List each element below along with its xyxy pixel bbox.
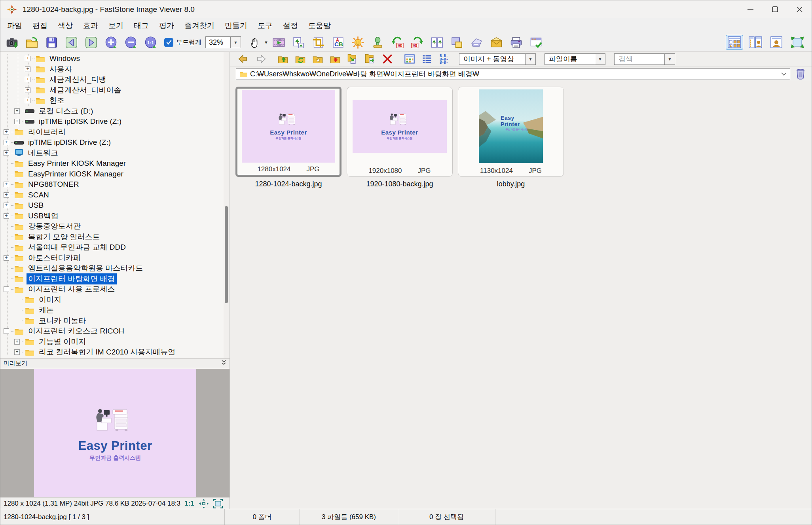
menu-item-11[interactable]: 설정 bbox=[278, 18, 303, 33]
thumbnail-filename[interactable]: 1920-1080-backg.jpg bbox=[366, 180, 433, 188]
expand-icon[interactable]: + bbox=[4, 140, 9, 145]
collapse-icon[interactable]: - bbox=[4, 286, 9, 292]
rotate-left-icon[interactable]: 90 bbox=[389, 34, 406, 50]
menu-item-4[interactable]: 효과 bbox=[78, 18, 103, 33]
thumbnail-card[interactable]: Easy Printer무인과금 출력시스템1920x1080JPG bbox=[347, 87, 453, 177]
tree-item-label[interactable]: 네트워크 bbox=[27, 148, 60, 159]
tree-item-label[interactable]: 캐논 bbox=[37, 305, 55, 316]
tree-item[interactable]: +SCAN bbox=[0, 190, 230, 201]
move-to-folder-icon[interactable] bbox=[345, 53, 360, 65]
tree-item-label[interactable]: Windows bbox=[48, 54, 82, 63]
tree-item-label[interactable]: 이미지 bbox=[37, 294, 63, 305]
expand-icon[interactable]: + bbox=[14, 349, 20, 355]
fit-to-window-icon[interactable] bbox=[199, 499, 209, 508]
tree-item-label[interactable]: ipTIME ipDISK Drive (Z:) bbox=[27, 138, 112, 147]
forward-icon[interactable] bbox=[253, 53, 268, 65]
tree-item[interactable]: 코니카 미놀타 bbox=[0, 316, 230, 326]
adjust-colors-icon[interactable] bbox=[350, 34, 366, 50]
tree-item-label[interactable]: SCAN bbox=[27, 190, 51, 200]
tree-item-label[interactable]: 아토스터디카페 bbox=[27, 252, 82, 263]
tree-item[interactable]: +리코 컬러복합기 IM C2010 사용자매뉴얼 bbox=[0, 347, 230, 358]
crop-icon[interactable] bbox=[310, 34, 327, 50]
expand-icon[interactable]: + bbox=[25, 56, 30, 61]
tree-item[interactable]: +사용자 bbox=[0, 64, 230, 75]
thumbnail-grid-view-icon[interactable] bbox=[402, 53, 417, 65]
open-file-icon[interactable] bbox=[23, 34, 40, 50]
smooth-checkbox[interactable] bbox=[164, 38, 173, 47]
tree-item[interactable]: 캐논 bbox=[0, 305, 230, 316]
thumbnail-card[interactable]: Easy Printer무인과금 출력시스템1130x1024JPG bbox=[458, 87, 564, 177]
tree-item-label[interactable]: 이지프린터 키오스크 RICOH bbox=[27, 326, 126, 337]
zoom-out-icon[interactable] bbox=[122, 34, 139, 50]
thumbnail-image[interactable]: Easy Printer무인과금 출력시스템 bbox=[242, 90, 335, 163]
thumbnail-browser-view-button[interactable] bbox=[726, 35, 743, 50]
tree-item-label[interactable]: 라이브러리 bbox=[27, 127, 67, 138]
search-combo[interactable]: 검색 ▼ bbox=[614, 53, 675, 65]
detail-list-view-icon[interactable] bbox=[419, 53, 434, 65]
sort-options-icon[interactable]: B-B-B-B-B-B- bbox=[437, 53, 452, 65]
tree-item-label[interactable]: USB bbox=[27, 201, 45, 210]
tree-item[interactable]: 강동중앙도서관 bbox=[0, 221, 230, 232]
sort-by-value[interactable]: 파일이름 bbox=[544, 53, 595, 65]
print-icon[interactable] bbox=[508, 34, 525, 50]
preview-image[interactable]: Easy Printer 무인과금 출력시스템 bbox=[34, 369, 196, 497]
scan-icon[interactable] bbox=[469, 34, 485, 50]
address-bar[interactable]: C:₩Users₩hskwo₩OneDrive₩바탕 화면₩이지프린터 바탕화면… bbox=[236, 68, 790, 80]
tree-item[interactable]: +한조 bbox=[0, 95, 230, 106]
tree-item[interactable]: -이지프린터 키오스크 RICOH bbox=[0, 326, 230, 337]
expand-icon[interactable]: + bbox=[4, 182, 9, 187]
tree-item[interactable]: +세금계산서_디뱅 bbox=[0, 74, 230, 85]
expand-icon[interactable]: + bbox=[4, 192, 9, 198]
email-icon[interactable] bbox=[488, 34, 505, 50]
menu-item-7[interactable]: 평가 bbox=[154, 18, 179, 33]
tree-item-label[interactable]: EasyPrinter KiOSK Manager bbox=[27, 169, 125, 179]
tree-item[interactable]: +Windows bbox=[0, 53, 230, 64]
batch-rename-icon[interactable]: A CB bbox=[330, 34, 347, 50]
tree-item-label[interactable]: 엠트리실용음악학원용 마스터카드 bbox=[27, 263, 144, 274]
save-icon[interactable] bbox=[43, 34, 60, 50]
expand-icon[interactable]: + bbox=[25, 77, 30, 82]
hand-tool-dropdown-icon[interactable]: ▼ bbox=[264, 40, 268, 45]
tree-item[interactable]: +ipTIME ipDISK Drive (Z:) bbox=[0, 137, 230, 148]
delete-icon[interactable] bbox=[380, 53, 395, 65]
tree-item-label[interactable]: ipTIME ipDISK Drive (Z:) bbox=[37, 117, 123, 126]
tree-item-label-selected[interactable]: 이지프린터 바탕화면 배경 bbox=[27, 273, 117, 284]
tree-item-label[interactable]: USB백업 bbox=[27, 210, 60, 222]
camera-import-icon[interactable] bbox=[4, 34, 20, 50]
tree-item-label[interactable]: 복합기 모양 일러스트 bbox=[27, 231, 102, 243]
tree-item-label[interactable]: 리코 컬러복합기 IM C2010 사용자매뉴얼 bbox=[37, 347, 177, 358]
menu-item-12[interactable]: 도움말 bbox=[303, 18, 336, 33]
tree-item-label[interactable]: 강동중앙도서관 bbox=[27, 221, 82, 232]
hand-tool-icon[interactable] bbox=[247, 34, 263, 50]
menu-item-6[interactable]: 태그 bbox=[129, 18, 154, 33]
resize-icon[interactable] bbox=[290, 34, 307, 50]
clone-stamp-icon[interactable] bbox=[370, 34, 386, 50]
favorites-folder-icon[interactable] bbox=[310, 53, 325, 65]
menu-item-10[interactable]: 도구 bbox=[252, 18, 278, 33]
tree-item-label[interactable]: NPG88TONER bbox=[27, 180, 80, 189]
tree-item-label[interactable]: 로컬 디스크 (D:) bbox=[37, 106, 95, 117]
trash-icon[interactable] bbox=[793, 68, 808, 80]
file-filter-combo[interactable]: 이미지 + 동영상 ▼ bbox=[459, 53, 536, 65]
tree-scrollbar[interactable] bbox=[224, 52, 229, 358]
tree-item[interactable]: EasyPrinter KiOSK Manager bbox=[0, 169, 230, 180]
copy-to-folder-icon[interactable] bbox=[362, 53, 378, 65]
fullscreen-preview-icon[interactable] bbox=[213, 499, 223, 508]
expand-icon[interactable]: + bbox=[4, 129, 9, 135]
tree-item[interactable]: 복합기 모양 일러스트 bbox=[0, 232, 230, 243]
previous-image-icon[interactable] bbox=[63, 34, 80, 50]
fullscreen-view-button[interactable] bbox=[789, 35, 806, 50]
maximize-button[interactable] bbox=[763, 0, 787, 18]
thumbnail-filename[interactable]: lobby.jpg bbox=[497, 180, 525, 188]
tree-item[interactable]: +로컬 디스크 (D:) bbox=[0, 106, 230, 117]
tree-item[interactable]: 이미지 bbox=[0, 295, 230, 305]
copy-move-icon[interactable] bbox=[449, 34, 465, 50]
tree-item-label[interactable]: 서울여대 무인과금 교체 DDD bbox=[27, 242, 127, 253]
settings-icon[interactable] bbox=[528, 34, 544, 50]
tree-item[interactable]: +기능별 이미지 bbox=[0, 337, 230, 347]
zoom-level-value[interactable]: 32% bbox=[205, 36, 231, 48]
tree-item[interactable]: +ipTIME ipDISK Drive (Z:) bbox=[0, 116, 230, 127]
menu-item-1[interactable]: 파일 bbox=[2, 18, 27, 33]
refresh-folder-icon[interactable] bbox=[293, 53, 308, 65]
menu-item-9[interactable]: 만들기 bbox=[220, 18, 252, 33]
